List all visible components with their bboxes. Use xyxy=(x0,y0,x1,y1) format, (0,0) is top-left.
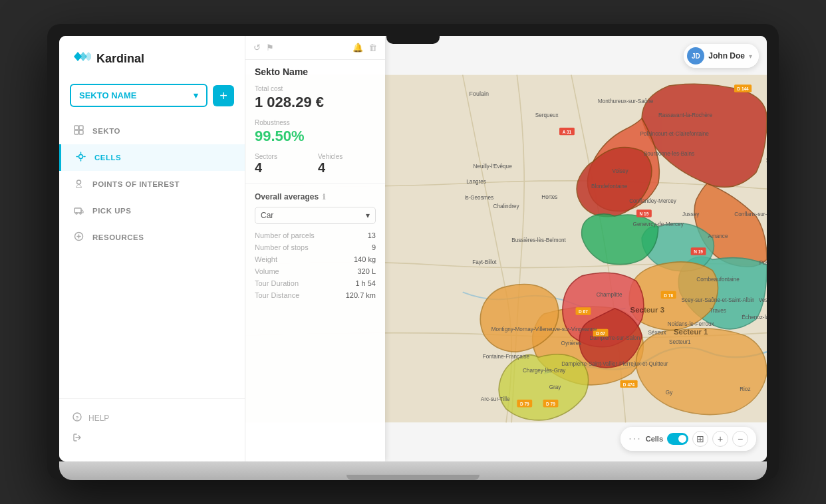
total-cost-card: Total cost 1 028.29 € xyxy=(245,81,385,115)
svg-text:Langres: Langres xyxy=(466,179,485,185)
svg-text:Fontaine-Française: Fontaine-Française xyxy=(483,354,530,360)
poi-icon xyxy=(72,178,84,190)
stats-row-parcels: Number of parcels 13 xyxy=(255,229,376,241)
weight-key: Weight xyxy=(255,255,277,263)
sectors-metric: Sectors 4 xyxy=(255,153,313,176)
svg-text:Voisey: Voisey xyxy=(612,168,628,174)
sidebar-item-poi[interactable]: POINTS OF INTEREST xyxy=(59,171,245,197)
svg-text:Bourbonne-les-Bains: Bourbonne-les-Bains xyxy=(644,151,694,157)
cells-label-nav: CELLS xyxy=(94,154,121,162)
svg-point-4 xyxy=(78,155,82,159)
select-chevron: ▾ xyxy=(366,211,370,220)
duration-key: Tour Duration xyxy=(255,279,299,287)
dots-icon: ··· xyxy=(628,433,641,445)
sekto-icon xyxy=(72,125,84,137)
sekto-dropdown[interactable]: SEKTO NAME ▾ xyxy=(70,84,207,107)
logo: Kardinal xyxy=(59,36,245,78)
svg-rect-1 xyxy=(79,126,83,130)
layers-button[interactable]: ⊞ xyxy=(692,431,708,447)
stats-row-duration: Tour Duration 1 h 54 xyxy=(255,277,376,289)
resources-icon xyxy=(72,231,84,243)
vehicle-select[interactable]: Car ▾ xyxy=(255,207,376,224)
svg-text:Vesoul: Vesoul xyxy=(759,297,767,303)
zoom-out-button[interactable]: − xyxy=(732,431,748,447)
svg-text:Foulain: Foulain xyxy=(469,90,488,97)
user-badge[interactable]: JD John Doe ▾ xyxy=(684,44,759,68)
add-button[interactable]: + xyxy=(213,85,234,106)
dropdown-chevron: ▾ xyxy=(194,90,198,100)
secteur4-label: Secteur 4 xyxy=(766,156,767,164)
laptop-base xyxy=(59,461,767,480)
svg-point-7 xyxy=(75,213,76,214)
info-icon: ℹ xyxy=(323,193,325,201)
svg-text:D 79: D 79 xyxy=(520,402,529,406)
stops-val: 9 xyxy=(372,243,376,251)
svg-text:D 474: D 474 xyxy=(623,382,635,387)
cells-toggle[interactable] xyxy=(667,433,688,445)
svg-text:Oyrières: Oyrières xyxy=(561,340,582,346)
sidebar: Kardinal SEKTO NAME ▾ + xyxy=(59,36,245,461)
svg-text:Séxeux: Séxeux xyxy=(648,330,666,336)
svg-text:Conflans-sur-Lanterne: Conflans-sur-Lanterne xyxy=(734,211,767,217)
svg-text:Gy: Gy xyxy=(666,390,673,396)
svg-text:Chalindrey: Chalindrey xyxy=(493,203,520,209)
sidebar-item-cells[interactable]: CELLS xyxy=(59,144,245,171)
averages-label: Overall averages xyxy=(255,192,319,201)
zoom-in-button[interactable]: + xyxy=(712,431,728,447)
svg-text:D 78: D 78 xyxy=(664,293,673,298)
history-icon[interactable]: ↺ xyxy=(253,43,261,53)
stops-key: Number of stops xyxy=(255,243,309,251)
svg-text:Bussières-lès-Belmont: Bussières-lès-Belmont xyxy=(511,237,566,243)
averages-header: Overall averages ℹ xyxy=(245,188,385,204)
total-cost-label: Total cost xyxy=(255,85,376,92)
logo-text: Kardinal xyxy=(96,52,144,66)
svg-text:N 19: N 19 xyxy=(694,249,703,254)
toolbar-icons: ↺ ⚑ xyxy=(253,43,274,53)
svg-text:Combeaufontaine: Combeaufontaine xyxy=(696,277,740,283)
svg-point-8 xyxy=(79,213,80,214)
svg-text:Échenoz-la-Méline: Échenoz-la-Méline xyxy=(742,314,767,320)
sidebar-item-resources[interactable]: RESOURCES xyxy=(59,224,245,251)
help-item[interactable]: ? HELP xyxy=(72,407,231,429)
svg-text:Hortes: Hortes xyxy=(541,194,557,200)
svg-text:D 144: D 144 xyxy=(737,86,749,91)
total-cost-value: 1 028.29 € xyxy=(255,94,376,111)
sidebar-bottom: ? HELP xyxy=(59,398,245,461)
weight-val: 140 kg xyxy=(354,255,376,263)
vehicles-value: 4 xyxy=(318,160,376,176)
sidebar-nav: SEKTO CELLS xyxy=(59,115,245,398)
svg-text:Montigny-Mornay-Villeneuve-sur: Montigny-Mornay-Villeneuve-sur-Vingeanne xyxy=(491,326,597,332)
svg-text:D 67: D 67 xyxy=(579,309,588,314)
logout-item[interactable] xyxy=(72,429,231,448)
sectors-label: Sectors xyxy=(255,153,313,160)
bell-icon[interactable]: 🔔 xyxy=(352,43,363,53)
svg-text:Secteur1: Secteur1 xyxy=(669,339,691,345)
volume-val: 320 L xyxy=(357,267,376,275)
stats-row-weight: Weight 140 kg xyxy=(255,253,376,265)
distance-val: 120.7 km xyxy=(346,291,376,299)
sidebar-item-sekto[interactable]: SEKTO xyxy=(59,118,245,144)
map-controls: ··· Cells ⊞ + − xyxy=(620,427,756,451)
flag-icon[interactable]: ⚑ xyxy=(266,43,274,53)
resources-label: RESOURCES xyxy=(92,233,144,241)
camera-notch xyxy=(386,36,440,44)
svg-text:Serqueux: Serqueux xyxy=(535,112,559,118)
svg-text:Noidans-le-Ferroux: Noidans-le-Ferroux xyxy=(668,321,714,327)
secteur1-label: Secteur 1 xyxy=(674,328,708,336)
svg-text:Is-Geosmes: Is-Geosmes xyxy=(464,195,493,201)
svg-text:Pusey: Pusey xyxy=(759,261,767,267)
trash-icon[interactable]: 🗑 xyxy=(368,43,377,53)
svg-rect-2 xyxy=(74,130,78,134)
sidebar-item-pickups[interactable]: PICK UPS xyxy=(59,197,245,224)
volume-key: Volume xyxy=(255,267,279,275)
svg-text:N 19: N 19 xyxy=(640,211,649,216)
svg-text:Traves: Traves xyxy=(710,308,726,314)
dropdown-label: SEKTO NAME xyxy=(79,90,136,100)
duration-val: 1 h 54 xyxy=(355,279,376,287)
vehicle-type: Car xyxy=(261,211,273,220)
robustness-card: Robustness 99.50% xyxy=(245,115,385,149)
svg-text:Chargey-lès-Gray: Chargey-lès-Gray xyxy=(523,368,566,374)
svg-text:Rassavant-la-Rochère: Rassavant-la-Rochère xyxy=(658,112,713,118)
svg-text:?: ? xyxy=(76,415,79,421)
svg-text:A 31: A 31 xyxy=(563,130,572,134)
